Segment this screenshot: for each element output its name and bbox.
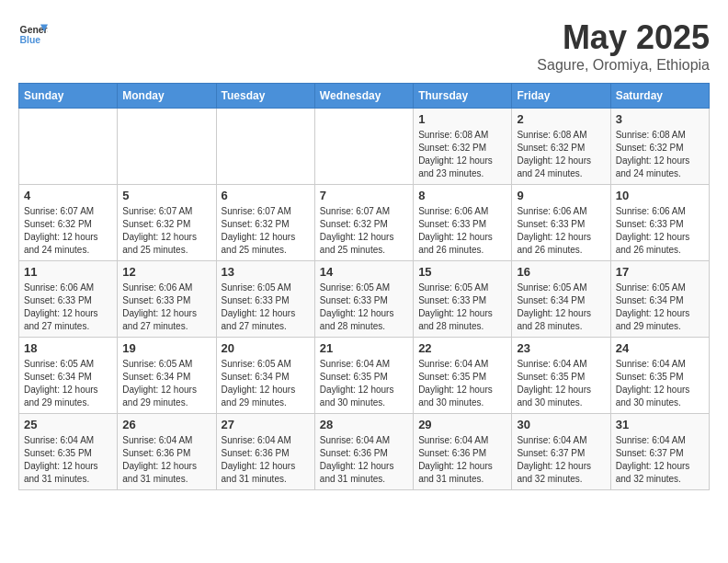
day-number: 7 [320, 189, 408, 202]
calendar-week-1: 1Sunrise: 6:08 AM Sunset: 6:32 PM Daylig… [19, 109, 710, 185]
calendar-cell: 15Sunrise: 6:05 AM Sunset: 6:33 PM Dayli… [414, 261, 512, 338]
day-number: 27 [222, 418, 310, 431]
calendar-cell: 13Sunrise: 6:05 AM Sunset: 6:33 PM Dayli… [216, 261, 314, 338]
day-number: 30 [517, 418, 605, 431]
calendar-cell: 5Sunrise: 6:07 AM Sunset: 6:32 PM Daylig… [118, 185, 216, 261]
day-info: Sunrise: 6:04 AM Sunset: 6:36 PM Dayligh… [222, 434, 310, 486]
day-number: 29 [418, 418, 506, 431]
calendar-cell: 3Sunrise: 6:08 AM Sunset: 6:32 PM Daylig… [610, 109, 709, 185]
calendar-cell: 22Sunrise: 6:04 AM Sunset: 6:35 PM Dayli… [414, 338, 512, 414]
calendar-cell [19, 109, 118, 185]
calendar-cell: 1Sunrise: 6:08 AM Sunset: 6:32 PM Daylig… [414, 109, 512, 185]
day-number: 31 [616, 418, 704, 431]
calendar-cell: 30Sunrise: 6:04 AM Sunset: 6:37 PM Dayli… [512, 414, 610, 490]
day-number: 21 [320, 341, 408, 355]
calendar-cell [216, 109, 314, 185]
day-number: 11 [24, 265, 112, 279]
day-number: 22 [418, 341, 506, 355]
column-header-wednesday: Wednesday [314, 84, 413, 109]
calendar-cell: 7Sunrise: 6:07 AM Sunset: 6:32 PM Daylig… [314, 185, 413, 261]
day-info: Sunrise: 6:06 AM Sunset: 6:33 PM Dayligh… [24, 282, 112, 333]
day-number: 1 [418, 112, 506, 126]
calendar-cell: 4Sunrise: 6:07 AM Sunset: 6:32 PM Daylig… [19, 185, 118, 261]
title-block: May 2025 Sagure, Oromiya, Ethiopia [537, 18, 710, 74]
day-info: Sunrise: 6:04 AM Sunset: 6:37 PM Dayligh… [616, 434, 704, 486]
calendar-cell: 24Sunrise: 6:04 AM Sunset: 6:35 PM Dayli… [610, 338, 709, 414]
calendar-cell: 16Sunrise: 6:05 AM Sunset: 6:34 PM Dayli… [512, 261, 610, 338]
day-number: 10 [616, 189, 704, 202]
day-info: Sunrise: 6:04 AM Sunset: 6:35 PM Dayligh… [418, 358, 506, 409]
calendar-cell: 27Sunrise: 6:04 AM Sunset: 6:36 PM Dayli… [216, 414, 314, 490]
day-info: Sunrise: 6:04 AM Sunset: 6:35 PM Dayligh… [517, 358, 605, 409]
calendar-cell: 17Sunrise: 6:05 AM Sunset: 6:34 PM Dayli… [610, 261, 709, 338]
calendar-cell: 21Sunrise: 6:04 AM Sunset: 6:35 PM Dayli… [314, 338, 413, 414]
day-info: Sunrise: 6:04 AM Sunset: 6:35 PM Dayligh… [24, 434, 112, 486]
day-info: Sunrise: 6:05 AM Sunset: 6:34 PM Dayligh… [616, 282, 704, 333]
day-info: Sunrise: 6:06 AM Sunset: 6:33 PM Dayligh… [418, 205, 506, 257]
calendar-cell: 20Sunrise: 6:05 AM Sunset: 6:34 PM Dayli… [216, 338, 314, 414]
day-info: Sunrise: 6:05 AM Sunset: 6:34 PM Dayligh… [122, 358, 210, 409]
day-number: 20 [222, 341, 310, 355]
day-info: Sunrise: 6:07 AM Sunset: 6:32 PM Dayligh… [222, 205, 310, 257]
day-number: 25 [24, 418, 112, 431]
location-subtitle: Sagure, Oromiya, Ethiopia [537, 57, 710, 74]
calendar-cell: 12Sunrise: 6:06 AM Sunset: 6:33 PM Dayli… [118, 261, 216, 338]
day-info: Sunrise: 6:04 AM Sunset: 6:35 PM Dayligh… [320, 358, 408, 409]
calendar-cell: 19Sunrise: 6:05 AM Sunset: 6:34 PM Dayli… [118, 338, 216, 414]
day-number: 3 [616, 112, 704, 126]
day-number: 14 [320, 265, 408, 279]
day-info: Sunrise: 6:08 AM Sunset: 6:32 PM Dayligh… [418, 129, 506, 180]
calendar-week-4: 18Sunrise: 6:05 AM Sunset: 6:34 PM Dayli… [19, 338, 710, 414]
calendar-cell: 14Sunrise: 6:05 AM Sunset: 6:33 PM Dayli… [314, 261, 413, 338]
calendar-cell: 29Sunrise: 6:04 AM Sunset: 6:36 PM Dayli… [414, 414, 512, 490]
column-header-thursday: Thursday [414, 84, 512, 109]
calendar-cell: 2Sunrise: 6:08 AM Sunset: 6:32 PM Daylig… [512, 109, 610, 185]
column-header-friday: Friday [512, 84, 610, 109]
day-number: 28 [320, 418, 408, 431]
calendar-week-5: 25Sunrise: 6:04 AM Sunset: 6:35 PM Dayli… [19, 414, 710, 490]
day-number: 19 [122, 341, 210, 355]
calendar-cell: 6Sunrise: 6:07 AM Sunset: 6:32 PM Daylig… [216, 185, 314, 261]
day-number: 18 [24, 341, 112, 355]
calendar-cell: 26Sunrise: 6:04 AM Sunset: 6:36 PM Dayli… [118, 414, 216, 490]
day-info: Sunrise: 6:04 AM Sunset: 6:36 PM Dayligh… [418, 434, 506, 486]
calendar-week-2: 4Sunrise: 6:07 AM Sunset: 6:32 PM Daylig… [19, 185, 710, 261]
day-info: Sunrise: 6:05 AM Sunset: 6:33 PM Dayligh… [320, 282, 408, 333]
day-number: 23 [517, 341, 605, 355]
day-number: 6 [222, 189, 310, 202]
day-info: Sunrise: 6:04 AM Sunset: 6:35 PM Dayligh… [616, 358, 704, 409]
logo: General Blue [18, 18, 48, 48]
day-number: 12 [122, 265, 210, 279]
day-info: Sunrise: 6:04 AM Sunset: 6:36 PM Dayligh… [122, 434, 210, 486]
day-number: 4 [24, 189, 112, 202]
calendar-cell: 31Sunrise: 6:04 AM Sunset: 6:37 PM Dayli… [610, 414, 709, 490]
day-info: Sunrise: 6:05 AM Sunset: 6:33 PM Dayligh… [222, 282, 310, 333]
day-info: Sunrise: 6:08 AM Sunset: 6:32 PM Dayligh… [517, 129, 605, 180]
day-info: Sunrise: 6:06 AM Sunset: 6:33 PM Dayligh… [616, 205, 704, 257]
day-number: 8 [418, 189, 506, 202]
calendar-table: SundayMondayTuesdayWednesdayThursdayFrid… [18, 83, 710, 490]
calendar-cell [118, 109, 216, 185]
column-header-sunday: Sunday [19, 84, 118, 109]
day-info: Sunrise: 6:07 AM Sunset: 6:32 PM Dayligh… [24, 205, 112, 257]
column-header-tuesday: Tuesday [216, 84, 314, 109]
calendar-cell: 10Sunrise: 6:06 AM Sunset: 6:33 PM Dayli… [610, 185, 709, 261]
day-number: 9 [517, 189, 605, 202]
calendar-cell: 23Sunrise: 6:04 AM Sunset: 6:35 PM Dayli… [512, 338, 610, 414]
day-number: 24 [616, 341, 704, 355]
column-header-saturday: Saturday [610, 84, 709, 109]
day-number: 26 [122, 418, 210, 431]
calendar-cell: 9Sunrise: 6:06 AM Sunset: 6:33 PM Daylig… [512, 185, 610, 261]
day-info: Sunrise: 6:07 AM Sunset: 6:32 PM Dayligh… [122, 205, 210, 257]
calendar-cell: 25Sunrise: 6:04 AM Sunset: 6:35 PM Dayli… [19, 414, 118, 490]
calendar-week-3: 11Sunrise: 6:06 AM Sunset: 6:33 PM Dayli… [19, 261, 710, 338]
day-number: 5 [122, 189, 210, 202]
day-info: Sunrise: 6:06 AM Sunset: 6:33 PM Dayligh… [122, 282, 210, 333]
day-number: 15 [418, 265, 506, 279]
day-number: 17 [616, 265, 704, 279]
day-info: Sunrise: 6:05 AM Sunset: 6:33 PM Dayligh… [418, 282, 506, 333]
day-number: 2 [517, 112, 605, 126]
calendar-cell [314, 109, 413, 185]
calendar-cell: 8Sunrise: 6:06 AM Sunset: 6:33 PM Daylig… [414, 185, 512, 261]
logo-icon: General Blue [18, 18, 48, 48]
